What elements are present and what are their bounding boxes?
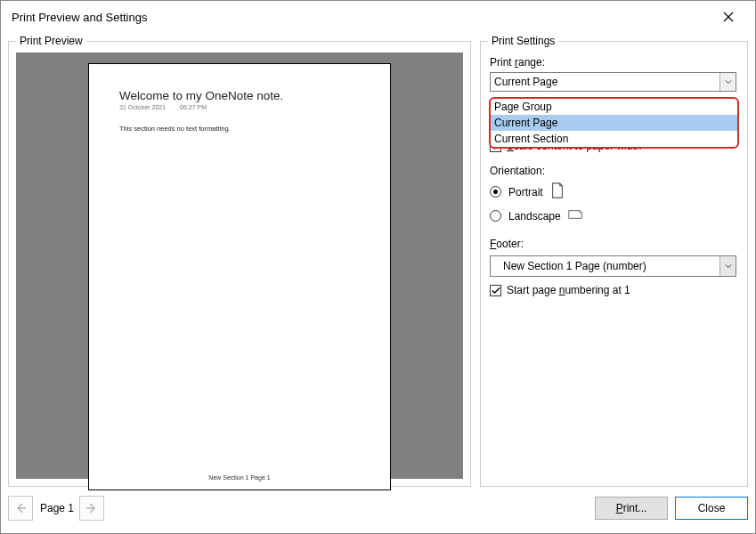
close-icon[interactable] [711,4,746,30]
window-title: Print Preview and Settings [12,11,147,24]
print-preview-legend: Print Preview [16,35,86,47]
next-page-button[interactable] [79,496,104,521]
landscape-radio[interactable] [490,210,501,222]
print-preview-group: Print Preview Welcome to my OneNote note… [8,35,471,487]
portrait-icon [550,182,565,201]
close-button[interactable]: Close [675,497,748,520]
preview-canvas: Welcome to my OneNote note. 31 October 2… [16,53,463,479]
print-button[interactable]: Print... [595,497,668,520]
title-bar: Print Preview and Settings [1,1,755,33]
portrait-label: Portrait [508,186,543,198]
orientation-label: Orientation: [490,165,736,177]
print-settings-group: Print Settings Print range: Current Page… [480,35,748,487]
footer-select[interactable]: New Section 1 Page (number) [490,255,736,277]
portrait-radio[interactable] [490,186,501,198]
start-numbering-checkbox[interactable] [490,285,501,296]
chevron-down-icon [719,256,736,276]
page-footer-text: New Section 1 Page 1 [89,474,390,481]
page-heading: Welcome to my OneNote note. [119,89,360,102]
prev-page-button[interactable] [8,496,33,521]
print-range-select[interactable]: Current Page [490,72,736,92]
landscape-icon [568,206,582,225]
preview-page: Welcome to my OneNote note. 31 October 2… [88,63,391,490]
print-range-dropdown[interactable]: Page Group Current Page Current Section [489,97,739,149]
page-date: 31 October 2021 [119,104,166,110]
start-numbering-row: Start page numbering at 1 [490,284,736,296]
footer-label: Footer: [490,238,736,250]
page-time: 06:27 PM [180,104,207,110]
landscape-label: Landscape [508,210,561,222]
option-page-group[interactable]: Page Group [491,99,737,115]
print-range-value: Current Page [494,76,557,88]
page-indicator: Page 1 [40,502,74,514]
start-numbering-label: Start page numbering at 1 [507,284,630,296]
print-settings-legend: Print Settings [488,35,558,47]
print-range-label: Print range: [490,56,736,69]
option-current-page[interactable]: Current Page [491,115,737,131]
page-body-text: This section needs no text formatting. [119,125,360,133]
footer-value: New Section 1 Page (number) [494,260,646,272]
page-meta: 31 October 2021 06:27 PM [119,104,360,110]
bottom-bar: Page 1 Print... Close [8,490,748,526]
chevron-down-icon [719,73,736,91]
dialog-window: Print Preview and Settings Print Preview… [0,0,756,534]
option-current-section[interactable]: Current Section [491,131,737,147]
